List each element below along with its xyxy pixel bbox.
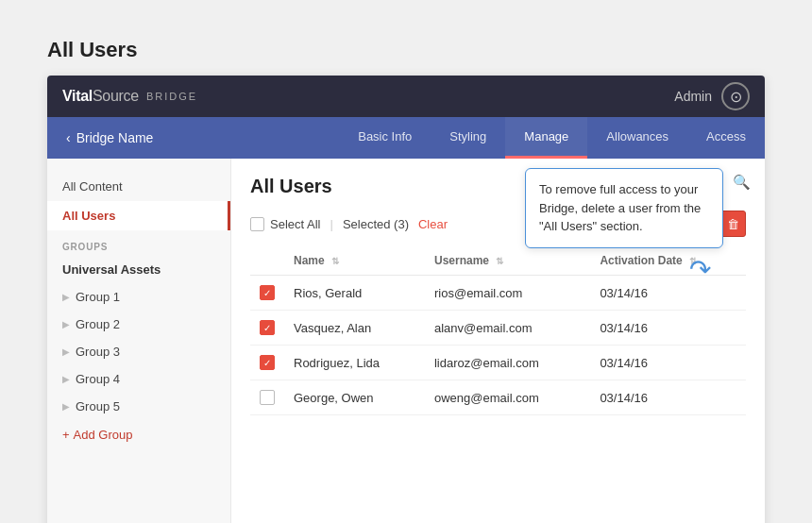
row2-checkbox[interactable]: ✓: [260, 320, 275, 335]
row3-checkbox-cell: ✓: [250, 346, 284, 380]
selected-count-label: Selected (3): [343, 217, 409, 231]
trash-icon: 🗑: [727, 217, 739, 231]
tab-basic-info[interactable]: Basic Info: [339, 117, 431, 159]
tab-styling[interactable]: Styling: [431, 117, 505, 159]
table-row: ✓ Rios, Gerald rios@email.com 03/14/16: [250, 276, 746, 311]
delete-button[interactable]: 🗑: [719, 211, 746, 237]
tab-manage[interactable]: Manage: [505, 117, 587, 159]
row1-checkbox[interactable]: ✓: [260, 285, 275, 300]
table-row: George, Owen oweng@email.com 03/14/16: [250, 380, 746, 415]
sort-name-icon: ⇅: [331, 256, 339, 266]
main-content: All Content All Users GROUPS Universal A…: [47, 159, 765, 523]
app-frame: VitalSource BRIDGE Admin ⊙ ‹ Bridge Name…: [47, 76, 765, 523]
search-button[interactable]: 🔍: [727, 168, 755, 196]
brand-bridge-text: BRIDGE: [146, 91, 197, 102]
sidebar-item-group5[interactable]: ▶ Group 5: [47, 393, 230, 420]
sidebar-item-all-users[interactable]: All Users: [47, 201, 230, 230]
select-all-checkbox[interactable]: [250, 217, 264, 231]
row2-checkbox-cell: ✓: [250, 311, 284, 346]
triangle-icon: ▶: [62, 401, 70, 412]
breadcrumb-back[interactable]: ‹ Bridge Name: [47, 117, 217, 159]
page-title: All Users: [47, 38, 765, 62]
row4-checkbox[interactable]: [260, 390, 275, 405]
groups-section-label: GROUPS: [47, 230, 230, 256]
outer-container: All Users VitalSource BRIDGE Admin ⊙ ‹ B…: [19, 19, 793, 523]
tab-allowances[interactable]: Allowances: [587, 117, 687, 159]
row1-username: rios@email.com: [425, 276, 590, 311]
col-username: Username ⇅: [425, 246, 590, 276]
sort-username-icon: ⇅: [496, 256, 503, 266]
sidebar: All Content All Users GROUPS Universal A…: [47, 159, 231, 523]
top-nav: VitalSource BRIDGE Admin ⊙: [47, 76, 765, 117]
select-all-wrapper: Select All: [250, 217, 320, 231]
toolbar-divider: |: [330, 217, 332, 231]
row2-name: Vasquez, Alan: [284, 311, 425, 346]
triangle-icon: ▶: [62, 374, 70, 384]
table-header-row: Name ⇅ Username ⇅ Activation Date ⇅: [250, 246, 746, 276]
row3-checkbox[interactable]: ✓: [260, 355, 275, 370]
tooltip-box: To remove full access to your Bridge, de…: [525, 168, 723, 248]
select-all-label: Select All: [270, 217, 320, 231]
row3-username: lidaroz@email.com: [425, 346, 590, 380]
tooltip-text: To remove full access to your Bridge, de…: [539, 182, 701, 233]
table-row: ✓ Vasquez, Alan alanv@email.com 03/14/16: [250, 311, 746, 346]
sidebar-item-group4[interactable]: ▶ Group 4: [47, 365, 230, 393]
col-activation-date: Activation Date ⇅: [590, 246, 746, 276]
row4-name: George, Owen: [284, 380, 425, 415]
table-row: ✓ Rodriguez, Lida lidaroz@email.com 03/1…: [250, 346, 746, 380]
row3-name: Rodriguez, Lida: [284, 346, 425, 380]
tooltip-arrow-icon: ↷: [689, 257, 711, 283]
top-nav-right: Admin ⊙: [674, 82, 750, 110]
search-icon: 🔍: [733, 174, 751, 191]
row4-checkbox-cell: [250, 380, 284, 415]
row2-date: 03/14/16: [590, 311, 746, 346]
col-name: Name ⇅: [284, 246, 425, 276]
col-checkbox: [250, 246, 284, 276]
breadcrumb-label: Bridge Name: [76, 130, 154, 145]
chevron-left-icon: ‹: [66, 130, 71, 145]
plus-icon: +: [62, 428, 70, 442]
triangle-icon: ▶: [62, 319, 70, 329]
row1-name: Rios, Gerald: [284, 276, 425, 311]
row1-date: 03/14/16: [590, 276, 746, 311]
sidebar-item-all-content[interactable]: All Content: [47, 172, 230, 201]
tab-access[interactable]: Access: [687, 117, 765, 159]
sidebar-item-group1[interactable]: ▶ Group 1: [47, 283, 230, 311]
table-area: To remove full access to your Bridge, de…: [231, 159, 765, 523]
breadcrumb-nav: ‹ Bridge Name Basic Info Styling Manage …: [47, 117, 765, 159]
row4-username: oweng@email.com: [425, 380, 590, 415]
clear-button[interactable]: Clear: [418, 217, 448, 231]
add-group-button[interactable]: + Add Group: [47, 420, 230, 449]
sidebar-item-universal-assets[interactable]: Universal Assets: [47, 256, 230, 283]
triangle-icon: ▶: [62, 292, 70, 302]
row2-username: alanv@email.com: [425, 311, 590, 346]
row1-checkbox-cell: ✓: [250, 276, 284, 311]
admin-label: Admin: [674, 89, 712, 104]
row3-date: 03/14/16: [590, 346, 746, 380]
brand: VitalSource BRIDGE: [62, 88, 197, 105]
user-avatar[interactable]: ⊙: [721, 82, 750, 110]
brand-vital-text: VitalSource: [62, 88, 139, 105]
sidebar-item-group3[interactable]: ▶ Group 3: [47, 338, 230, 365]
users-table: Name ⇅ Username ⇅ Activation Date ⇅: [250, 246, 746, 415]
triangle-icon: ▶: [62, 346, 70, 357]
tooltip-container: To remove full access to your Bridge, de…: [525, 168, 723, 248]
nav-tabs: Basic Info Styling Manage Allowances Acc…: [339, 117, 765, 159]
row4-date: 03/14/16: [590, 380, 746, 415]
sidebar-item-group2[interactable]: ▶ Group 2: [47, 311, 230, 338]
